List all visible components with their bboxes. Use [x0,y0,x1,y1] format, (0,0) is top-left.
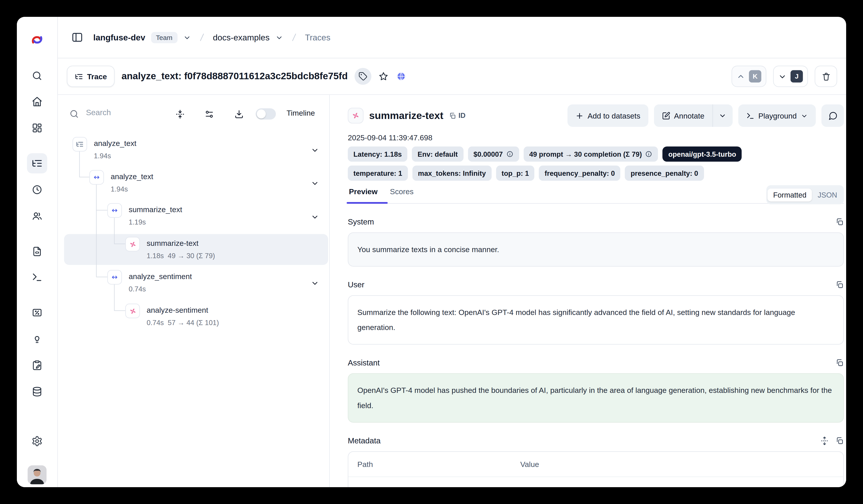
collapse-all-icon[interactable] [172,106,188,122]
observation-timestamp: 2025-09-04 11:39:47.698 [348,133,844,142]
add-to-datasets-button[interactable]: Add to datasets [567,104,648,127]
detail-tabs: Preview Scores Formatted JSON [348,188,844,204]
tag-icon[interactable] [354,68,371,85]
sessions-icon[interactable] [29,182,45,197]
span-node-icon [108,270,122,285]
span-node-icon [108,203,122,218]
trace-type-button[interactable]: Trace [67,66,115,87]
org-type-badge: Team [151,32,177,43]
settings-icon[interactable] [29,433,45,449]
copy-id-button[interactable]: ID [449,112,466,120]
breadcrumb-separator-icon [289,32,299,43]
tree-node-label[interactable]: analyze-sentiment [147,306,208,315]
users-icon[interactable] [29,208,45,224]
tree-connector [79,151,80,177]
annotate-chevron-down-icon[interactable] [712,104,733,127]
search-input[interactable] [85,107,155,117]
copy-icon[interactable] [836,280,844,289]
info-icon [645,151,653,158]
project-chevron-down-icon[interactable] [275,34,283,41]
chevron-down-icon[interactable] [311,179,320,188]
param-badge: frequency_penalty: 0 [539,166,621,181]
system-label: System [348,217,374,226]
chevron-down-icon[interactable] [311,279,320,287]
trace-header: Trace analyze_text: f0f78d8887011612a3c2… [58,59,846,95]
assistant-label: Assistant [348,358,380,367]
format-formatted-option[interactable]: Formatted [767,188,812,202]
annotate-button[interactable]: Annotate [654,104,712,127]
org-name[interactable]: langfuse-dev [93,33,145,42]
info-icon [506,151,514,158]
delete-trace-button[interactable] [815,66,837,87]
tree-connector [114,284,115,310]
token-usage-badge[interactable]: 49 prompt → 30 completion (Σ 79) [524,146,658,162]
timeline-toggle[interactable] [256,108,276,120]
param-badge: temperature: 1 [348,166,408,181]
comments-button[interactable] [822,104,844,127]
tab-scores[interactable]: Scores [389,188,415,203]
tree-node-label[interactable]: analyze_sentiment [129,272,192,281]
view-settings-icon[interactable] [201,106,217,122]
insights-icon[interactable] [29,331,45,347]
next-shortcut-key: J [791,70,803,82]
env-badge: Env: default [412,146,463,162]
prompts-icon[interactable] [29,244,45,259]
scores-icon[interactable] [29,305,45,321]
chevron-down-icon[interactable] [311,213,320,221]
model-params-row: temperature: 1 max_tokens: Infinity top_… [348,166,844,181]
model-badge[interactable]: openai/gpt-3.5-turbo [663,146,742,162]
langfuse-logo-icon [30,33,45,47]
tree-node-label[interactable]: summarize_text [129,205,182,215]
public-globe-icon[interactable] [396,71,407,82]
next-trace-button[interactable]: J [773,66,808,87]
tree-node-duration: 1.94s [94,152,111,160]
star-icon[interactable] [378,71,389,82]
download-icon[interactable] [231,106,247,122]
generation-icon [348,108,364,124]
span-node-icon [89,170,104,185]
tree-node-duration: 1.94s [111,185,128,194]
app-window: langfuse-dev Team docs-examples Traces T… [17,17,846,487]
home-icon[interactable] [29,94,45,109]
search-icon[interactable] [29,68,45,84]
trace-tree-panel: Timeline analyze_text 1.94s [58,95,330,487]
annotation-queues-icon[interactable] [29,358,45,373]
sidebar-toggle-icon[interactable] [72,31,83,43]
copy-icon[interactable] [836,437,844,445]
dashboards-icon[interactable] [29,120,45,136]
trace-node-icon [73,137,87,152]
prev-trace-button[interactable]: K [731,66,766,87]
org-chevron-down-icon[interactable] [183,34,191,41]
tab-preview[interactable]: Preview [348,188,379,203]
tree-connector [96,210,108,210]
project-name[interactable]: docs-examples [213,33,270,42]
tree-node-label[interactable]: summarize-text [147,239,199,248]
playground-button[interactable]: Playground [738,104,816,127]
page-title: Traces [305,33,330,42]
tracing-icon[interactable] [27,153,47,173]
tree-connector [79,177,89,178]
param-badge: top_p: 1 [496,166,535,181]
cost-badge[interactable]: $0.00007 [468,146,519,162]
latency-badge: Latency: 1.18s [348,146,408,162]
copy-icon[interactable] [836,358,844,367]
expand-vertical-icon[interactable] [820,437,829,445]
metadata-col-value: Value [520,460,539,468]
copy-icon[interactable] [836,218,844,226]
id-chip-label: ID [459,112,465,120]
tree-node-stats: 0.74s 57 → 44 (Σ 101) [147,318,219,327]
system-section: System You summarize texts in a concise … [348,217,844,267]
user-label: User [348,280,364,289]
chevron-down-icon[interactable] [311,146,320,154]
badges-row: Latency: 1.18s Env: default $0.00007 49 … [348,146,844,162]
format-json-option[interactable]: JSON [812,188,843,202]
tree-connector [96,277,108,277]
metadata-table: Path Value [348,451,844,487]
timeline-label: Timeline [287,109,315,117]
tree-node-label[interactable]: analyze_text [111,172,153,181]
tree-node-label[interactable]: analyze_text [94,139,137,148]
datasets-icon[interactable] [29,384,45,400]
avatar[interactable] [28,465,47,484]
playground-icon[interactable] [29,269,45,285]
system-message: You summarize texts in a concise manner. [348,232,844,267]
